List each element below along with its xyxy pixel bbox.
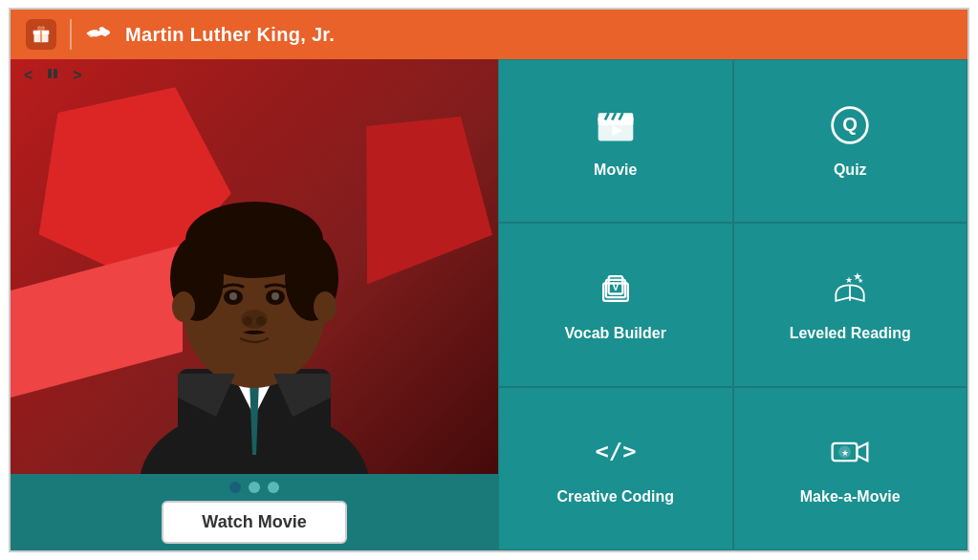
leveled-reading-cell[interactable]: ★ ★ ★ Leveled Reading — [733, 223, 968, 386]
svg-point-16 — [314, 291, 337, 322]
vocab-label: Vocab Builder — [565, 325, 666, 342]
header: Martin Luther King, Jr. — [11, 10, 967, 59]
svg-rect-4 — [48, 69, 52, 78]
coding-icon: </> — [595, 431, 637, 479]
slideshow-dots — [229, 482, 279, 493]
quiz-label: Quiz — [834, 162, 867, 179]
movie-label: Movie — [594, 162, 637, 179]
svg-text:★: ★ — [845, 275, 853, 285]
portrait-container — [11, 120, 498, 474]
activity-grid: Movie Q Quiz — [498, 59, 967, 550]
svg-point-20 — [272, 292, 279, 300]
left-panel: < > — [11, 59, 498, 550]
make-a-movie-label: Make-a-Movie — [800, 488, 901, 506]
next-button[interactable]: > — [69, 66, 85, 85]
svg-point-19 — [229, 292, 237, 300]
pause-button[interactable] — [42, 65, 63, 85]
creative-coding-cell[interactable]: </> Creative Coding — [498, 387, 733, 550]
svg-point-22 — [243, 316, 252, 326]
movie-clapper-icon — [595, 104, 637, 152]
make-movie-icon: ★ — [829, 431, 871, 479]
handshake-icon — [85, 18, 112, 51]
bottom-bar: Watch Movie — [11, 474, 498, 550]
vocab-icon: V — [595, 268, 637, 315]
image-area: < > — [11, 59, 498, 474]
gift-icon — [26, 19, 56, 50]
dot-3 — [268, 482, 279, 493]
quiz-icon: Q — [829, 104, 871, 152]
svg-marker-47 — [858, 443, 868, 461]
svg-text:★: ★ — [841, 448, 849, 458]
svg-point-23 — [256, 316, 266, 326]
svg-point-3 — [98, 29, 100, 32]
dot-1 — [229, 482, 241, 493]
svg-text:V: V — [612, 281, 619, 292]
vocab-builder-cell[interactable]: V Vocab Builder — [498, 223, 733, 386]
leveled-reading-label: Leveled Reading — [790, 325, 911, 342]
main-content: < > — [11, 59, 967, 550]
header-divider — [70, 19, 72, 50]
svg-text:Q: Q — [842, 114, 858, 135]
svg-text:</>: </> — [595, 439, 636, 465]
page-title: Martin Luther King, Jr. — [125, 24, 335, 46]
svg-rect-5 — [54, 69, 57, 78]
nav-controls: < > — [11, 59, 96, 91]
dot-2 — [249, 482, 260, 493]
watch-movie-button[interactable]: Watch Movie — [162, 501, 346, 544]
reading-icon: ★ ★ ★ — [829, 268, 871, 315]
creative-coding-label: Creative Coding — [556, 488, 674, 506]
app-container: Martin Luther King, Jr. < — [9, 8, 969, 552]
movie-cell[interactable]: Movie — [498, 59, 733, 223]
prev-button[interactable]: < — [20, 66, 36, 85]
svg-text:★: ★ — [858, 276, 864, 285]
quiz-cell[interactable]: Q Quiz — [733, 59, 968, 223]
svg-point-15 — [172, 291, 195, 322]
make-a-movie-cell[interactable]: ★ Make-a-Movie — [733, 387, 968, 550]
